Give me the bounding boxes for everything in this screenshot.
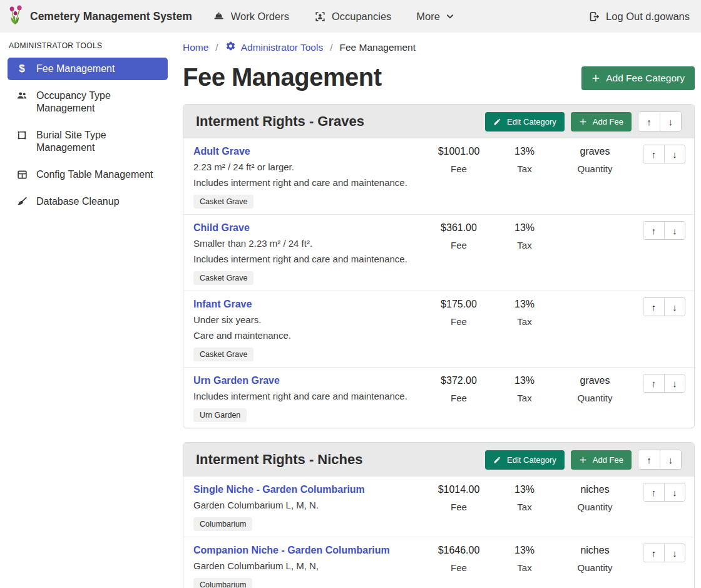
- fee-column: $372.00Fee: [424, 374, 493, 403]
- move-category-up-button[interactable]: ↑: [638, 112, 660, 131]
- logout-button[interactable]: Log Out d.gowans: [588, 11, 690, 23]
- move-fee-down-button[interactable]: ↓: [664, 145, 685, 163]
- breadcrumb-admin-tools-link[interactable]: Administrator Tools: [225, 41, 324, 54]
- fee-name-link[interactable]: Adult Grave: [193, 145, 250, 158]
- add-fee-button[interactable]: Add Fee: [571, 112, 632, 132]
- sidebar-item-occupancy-type-management[interactable]: Occupancy Type Management: [8, 85, 168, 120]
- fee-row: Adult Grave2.23 m² / 24 ft² or larger.In…: [183, 138, 694, 215]
- fee-label: Fee: [424, 393, 493, 403]
- category-title: Interment Rights - Niches: [196, 451, 362, 468]
- people-icon: [15, 90, 29, 101]
- tax-label: Tax: [493, 393, 556, 403]
- move-fee-up-button[interactable]: ↑: [643, 222, 664, 239]
- fee-info: Single Niche - Garden ColumbariumGarden …: [193, 483, 424, 531]
- move-category-up-button[interactable]: ↑: [638, 450, 660, 469]
- breadcrumb-current: Fee Management: [340, 42, 416, 53]
- move-fee-down-button[interactable]: ↓: [664, 374, 685, 392]
- move-fee-up-button[interactable]: ↑: [643, 483, 664, 501]
- qty-column: nichesQuantity: [556, 483, 634, 512]
- app-brand[interactable]: Cemetery Management System: [8, 4, 192, 29]
- fee-amount: $1001.00: [424, 145, 493, 158]
- tax-rate: 13%: [493, 221, 556, 234]
- fee-row: Single Niche - Garden ColumbariumGarden …: [183, 477, 694, 537]
- breadcrumb: Home / Administrator Tools / Fee Managem…: [183, 41, 695, 54]
- breadcrumb-home-link[interactable]: Home: [183, 42, 208, 53]
- chevron-down-icon: [446, 12, 454, 21]
- category-body: Adult Grave2.23 m² / 24 ft² or larger.In…: [183, 138, 694, 428]
- fee-description: 2.23 m² / 24 ft² or larger.: [193, 161, 419, 173]
- add-fee-category-button[interactable]: Add Fee Category: [581, 66, 695, 90]
- tax-column: 13%Tax: [493, 145, 556, 174]
- fee-column: $175.00Fee: [424, 297, 493, 327]
- tax-rate: 13%: [493, 374, 556, 387]
- move-fee-up-button[interactable]: ↑: [643, 298, 664, 316]
- sidebar-item-fee-management[interactable]: $Fee Management: [8, 58, 168, 80]
- move-fee-down-button[interactable]: ↓: [664, 544, 685, 562]
- move-fee-up-button[interactable]: ↑: [643, 374, 664, 392]
- fee-name-link[interactable]: Single Niche - Garden Columbarium: [193, 483, 365, 496]
- edit-category-button[interactable]: Edit Category: [485, 112, 565, 132]
- fee-description: Care and maintenance.: [193, 329, 419, 342]
- category-header: Interment Rights - GravesEdit CategoryAd…: [183, 105, 694, 138]
- add-fee-category-label: Add Fee Category: [606, 73, 685, 84]
- frame-icon: [15, 129, 29, 141]
- reorder-button-group: ↑↓: [638, 111, 682, 132]
- tax-column: 13%Tax: [493, 374, 556, 403]
- plus-icon: [579, 118, 587, 126]
- sidebar: ADMINISTRATOR TOOLS $Fee ManagementOccup…: [0, 33, 175, 588]
- nav-item-work-orders[interactable]: Work Orders: [212, 11, 289, 23]
- move-category-down-button[interactable]: ↓: [660, 450, 681, 469]
- fee-badge: Casket Grave: [193, 271, 253, 285]
- fee-description: Includes interment right and care and ma…: [193, 390, 419, 403]
- nav-item-occupancies[interactable]: Occupancies: [314, 11, 391, 23]
- quantity-label: Quantity: [556, 502, 634, 512]
- sidebar-item-config-table-management[interactable]: Config Table Management: [8, 163, 168, 186]
- sidebar-item-burial-site-type-management[interactable]: Burial Site Type Management: [8, 124, 168, 159]
- reorder-button-group: ↑↓: [643, 221, 685, 240]
- sidebar-item-label: Config Table Management: [36, 168, 153, 181]
- fee-row: Infant GraveUnder six years.Care and mai…: [183, 291, 694, 368]
- move-fee-up-button[interactable]: ↑: [643, 145, 664, 163]
- fee-label: Fee: [424, 240, 493, 250]
- fee-description: Under six years.: [193, 314, 419, 326]
- fee-name-link[interactable]: Urn Garden Grave: [193, 374, 280, 387]
- reorder-button-group: ↑↓: [643, 297, 685, 316]
- edit-category-label: Edit Category: [507, 455, 556, 465]
- reorder-button-group: ↑↓: [643, 145, 685, 163]
- fee-amount: $1014.00: [424, 483, 493, 496]
- fee-description: Garden Columbarium L, M, N.: [193, 499, 419, 512]
- move-fee-down-button[interactable]: ↓: [664, 222, 685, 239]
- logout-label: Log Out d.gowans: [606, 11, 690, 23]
- reorder-button-group: ↑↓: [643, 374, 685, 393]
- fee-name-link[interactable]: Infant Grave: [193, 297, 252, 311]
- fee-badge: Columbarium: [193, 517, 252, 531]
- move-fee-down-button[interactable]: ↓: [664, 483, 685, 501]
- move-category-down-button[interactable]: ↓: [660, 112, 681, 131]
- quantity-label: Quantity: [556, 562, 634, 573]
- breadcrumb-separator: /: [330, 42, 332, 53]
- fee-info: Adult Grave2.23 m² / 24 ft² or larger.In…: [193, 145, 424, 209]
- breadcrumb-admin-tools-label: Administrator Tools: [241, 42, 324, 53]
- pencil-icon: [493, 118, 501, 126]
- nav-item-label: Work Orders: [231, 11, 289, 23]
- hard-hat-icon: [212, 11, 225, 23]
- sidebar-item-database-cleanup[interactable]: Database Cleanup: [8, 190, 168, 213]
- add-fee-button[interactable]: Add Fee: [571, 450, 632, 470]
- nav-item-more[interactable]: More: [416, 11, 454, 23]
- quantity-label: Quantity: [556, 163, 634, 174]
- edit-category-label: Edit Category: [507, 117, 556, 126]
- nav-item-label: Occupancies: [332, 11, 391, 23]
- edit-category-button[interactable]: Edit Category: [485, 450, 565, 470]
- tulip-logo-icon: [8, 4, 24, 29]
- fee-badge: Urn Garden: [193, 408, 247, 422]
- category-body: Single Niche - Garden ColumbariumGarden …: [183, 477, 694, 588]
- fee-row: Companion Niche - Garden ColumbariumGard…: [183, 537, 694, 588]
- pencil-icon: [493, 456, 501, 464]
- fee-amount: $175.00: [424, 297, 493, 311]
- move-fee-down-button[interactable]: ↓: [664, 298, 685, 316]
- fee-name-link[interactable]: Child Grave: [193, 221, 250, 234]
- fee-name-link[interactable]: Companion Niche - Garden Columbarium: [193, 544, 390, 557]
- fee-badge: Columbarium: [193, 578, 252, 588]
- table-icon: [15, 168, 29, 180]
- move-fee-up-button[interactable]: ↑: [643, 544, 664, 562]
